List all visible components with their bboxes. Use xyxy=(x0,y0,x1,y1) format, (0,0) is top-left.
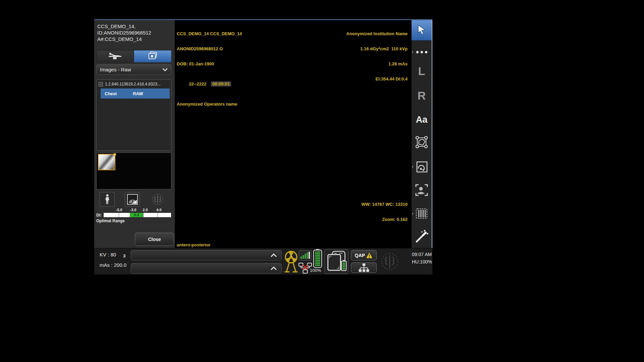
overlay-exposure-index: EI:354.44 DI:0.4 xyxy=(346,76,408,81)
dropdown-value: Images - Raw xyxy=(100,67,131,72)
left-marker-button[interactable]: L xyxy=(412,64,432,78)
dots-icon xyxy=(416,51,419,53)
battery-gauge-icon xyxy=(313,249,322,269)
di-caption: Optimal Range xyxy=(96,219,175,223)
right-marker-button[interactable]: R xyxy=(412,88,432,103)
mas-readout: mAs : 200.0 xyxy=(100,262,126,268)
series-type: RAW xyxy=(133,91,143,96)
roi-tool-button[interactable] xyxy=(412,134,432,150)
patient-anatomy-button[interactable] xyxy=(100,192,115,207)
images-filter-dropdown[interactable]: Images - Raw xyxy=(96,64,171,75)
deviation-index-block: -5.0 -3.0 2.0 4.0 DI: 0.4 Optimal Range xyxy=(94,208,175,223)
battery-percent: 100% xyxy=(310,268,321,273)
xray-viewport[interactable]: CCS_DEMO_14 CCS_DEMO_14 ANONID2596968512… xyxy=(175,19,412,248)
di-tick: 4.0 xyxy=(156,208,161,212)
thumbnail-strip: 1 xyxy=(96,153,171,189)
rotate-image-icon xyxy=(415,160,428,173)
sidebar-tabs xyxy=(96,50,171,62)
overlay-window-level: WW: 14767 WC: 13310 xyxy=(361,202,408,207)
images-icon xyxy=(148,51,158,61)
di-tick-labels: -5.0 -3.0 2.0 4.0 xyxy=(94,208,175,212)
collapse-left-icon: ‹ xyxy=(412,165,413,168)
technique-dropdown-1[interactable] xyxy=(131,250,282,260)
collapse-left-icon: ‹ xyxy=(412,50,413,54)
sidebar-tools xyxy=(100,192,170,207)
technique-dropdown-2[interactable] xyxy=(131,263,282,274)
warning-icon xyxy=(366,252,373,258)
overlay-mas: 1.28 mAs xyxy=(346,61,408,66)
kv-readout: KV : 80 xyxy=(100,252,116,257)
wireless-signal-button[interactable] xyxy=(299,250,312,260)
series-uid: 1.2.840.113619.2.418.4.8323... xyxy=(105,82,161,86)
more-tools-button[interactable]: ‹ xyxy=(412,49,432,55)
tab-images[interactable] xyxy=(134,50,171,62)
overlay-zoom: Zoom: 0.162 xyxy=(361,217,408,222)
grid-lines-icon xyxy=(415,207,428,220)
brain-icon xyxy=(151,193,164,206)
series-name: Chest xyxy=(105,91,117,96)
new-image-dot xyxy=(113,153,116,156)
collapse-left-icon: ‹ xyxy=(412,212,413,215)
radiation-source-icon xyxy=(284,250,299,275)
patient-accession: A#:CCS_DEMO_14 xyxy=(97,36,151,42)
magic-wand-icon xyxy=(415,230,429,243)
acquisition-window: CCS_DEMO_14, ID:ANONID2596968512 A#:CCS_… xyxy=(94,19,432,275)
dose-dome-icon xyxy=(127,194,138,205)
network-tree-icon xyxy=(358,263,370,273)
overlay-operator: Anonymized Operators name xyxy=(177,102,242,107)
di-tick: -5.0 xyxy=(116,208,122,212)
tree-node-uid[interactable]: − 1.2.840.113619.2.418.4.8323... xyxy=(97,80,171,88)
series-row-chest[interactable]: Chest RAW xyxy=(101,88,170,99)
portrait-focus-icon xyxy=(415,183,429,197)
processing-brain-button[interactable] xyxy=(150,192,165,207)
series-tree: − 1.2.840.113619.2.418.4.8323... Chest R… xyxy=(96,79,171,151)
close-button[interactable]: Close xyxy=(135,233,174,246)
overlay-projection: antero-posterior xyxy=(177,242,210,247)
chevron-down-icon xyxy=(162,68,168,71)
overlay-top-left: CCS_DEMO_14 CCS_DEMO_14 ANONID2596968512… xyxy=(177,21,242,117)
qap-button[interactable]: QAP xyxy=(351,250,377,260)
di-tick: -3.0 xyxy=(130,208,137,212)
di-scale-bar: 0.4 xyxy=(103,213,171,218)
right-toolbar: ‹ L R Aa ‹ xyxy=(412,19,432,248)
heat-units-display: HU:100% xyxy=(412,258,432,265)
patient-id: ID:ANONID2596968512 xyxy=(97,29,151,36)
qap-label: QAP xyxy=(355,253,365,258)
collapse-icon[interactable]: − xyxy=(99,82,103,86)
signal-bars-icon xyxy=(301,256,302,259)
rotate-image-button[interactable]: ‹ xyxy=(412,159,432,175)
network-config-button[interactable] xyxy=(351,262,377,273)
exposure-count: 3 xyxy=(123,253,125,258)
annotation-text-button[interactable]: Aa xyxy=(412,112,432,127)
overlay-top-right: Anonymized Institution Name 1.16 dGy*cm2… xyxy=(346,21,408,92)
collimation-grid-button[interactable]: ‹ xyxy=(412,205,432,222)
xray-table-icon xyxy=(108,52,122,61)
overlay-patient-name: CCS_DEMO_14 CCS_DEMO_14 xyxy=(177,31,242,36)
thumbnail-number: 1 xyxy=(112,166,114,170)
pointer-tool-button[interactable] xyxy=(412,19,432,41)
di-label: DI: xyxy=(96,213,102,218)
overlay-institution: Anonymized Institution Name xyxy=(346,31,408,36)
patient-sidebar: CCS_DEMO_14, ID:ANONID2596968512 A#:CCS_… xyxy=(94,19,175,248)
overlay-patient-id: ANONID2596968512 O xyxy=(177,46,242,51)
tab-worklist[interactable] xyxy=(96,50,134,62)
overlay-dob: DOB: 01-Jan-1900 xyxy=(177,61,242,66)
di-value-marker: 0.4 xyxy=(130,213,143,217)
status-bar: KV : 80 3 mAs : 200.0 xyxy=(94,248,432,275)
patient-orientation-button[interactable] xyxy=(412,182,432,198)
di-divider xyxy=(157,213,158,217)
detector-cassette-icon xyxy=(326,250,347,273)
di-divider xyxy=(119,213,119,217)
patient-name: CCS_DEMO_14, xyxy=(97,23,151,29)
auto-enhance-button[interactable] xyxy=(412,228,432,244)
chevron-up-icon xyxy=(271,266,277,270)
overlay-date: 22--2222 xyxy=(189,81,206,86)
cursor-arrow-icon xyxy=(417,24,427,35)
image-thumbnail[interactable]: 1 xyxy=(98,154,115,170)
image-histogram-button[interactable] xyxy=(125,192,140,207)
overlay-time: 00:00:01 xyxy=(211,81,231,86)
chevron-up-icon xyxy=(271,253,277,257)
detector-status-button[interactable] xyxy=(324,249,348,274)
person-icon xyxy=(105,194,110,205)
roi-nodes-icon xyxy=(415,135,429,149)
